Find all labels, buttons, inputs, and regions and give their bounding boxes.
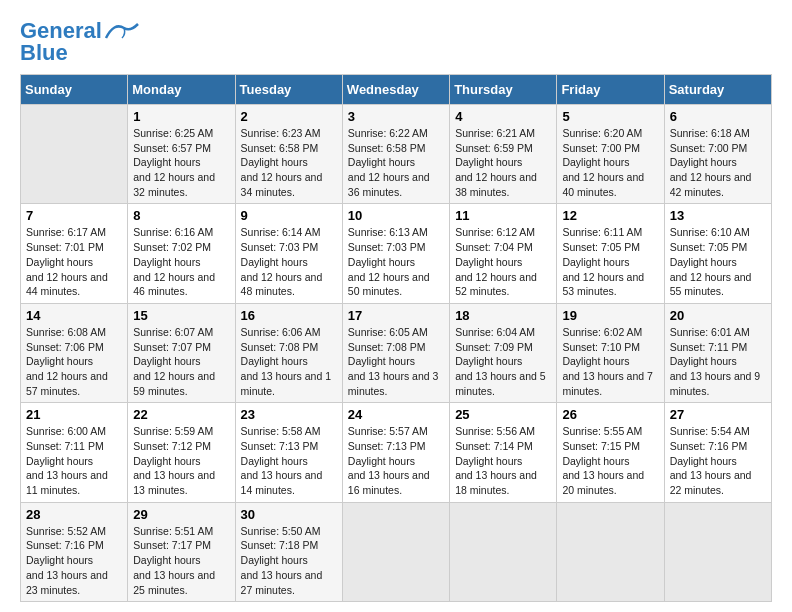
day-number: 6 bbox=[670, 109, 766, 124]
day-info: Sunrise: 5:54 AM Sunset: 7:16 PM Dayligh… bbox=[670, 424, 766, 497]
logo-text: General bbox=[20, 20, 102, 42]
logo-blue-text: Blue bbox=[20, 42, 68, 64]
header-cell-monday: Monday bbox=[128, 75, 235, 105]
calendar-cell: 4 Sunrise: 6:21 AM Sunset: 6:59 PM Dayli… bbox=[450, 105, 557, 204]
day-info: Sunrise: 6:25 AM Sunset: 6:57 PM Dayligh… bbox=[133, 126, 229, 199]
day-number: 12 bbox=[562, 208, 658, 223]
day-info: Sunrise: 5:50 AM Sunset: 7:18 PM Dayligh… bbox=[241, 524, 337, 597]
day-number: 8 bbox=[133, 208, 229, 223]
day-number: 5 bbox=[562, 109, 658, 124]
calendar-cell: 15 Sunrise: 6:07 AM Sunset: 7:07 PM Dayl… bbox=[128, 303, 235, 402]
calendar-cell: 16 Sunrise: 6:06 AM Sunset: 7:08 PM Dayl… bbox=[235, 303, 342, 402]
calendar-cell: 25 Sunrise: 5:56 AM Sunset: 7:14 PM Dayl… bbox=[450, 403, 557, 502]
calendar-week-row: 14 Sunrise: 6:08 AM Sunset: 7:06 PM Dayl… bbox=[21, 303, 772, 402]
day-info: Sunrise: 6:21 AM Sunset: 6:59 PM Dayligh… bbox=[455, 126, 551, 199]
calendar-cell: 11 Sunrise: 6:12 AM Sunset: 7:04 PM Dayl… bbox=[450, 204, 557, 303]
calendar-week-row: 1 Sunrise: 6:25 AM Sunset: 6:57 PM Dayli… bbox=[21, 105, 772, 204]
calendar-cell bbox=[21, 105, 128, 204]
day-info: Sunrise: 5:55 AM Sunset: 7:15 PM Dayligh… bbox=[562, 424, 658, 497]
calendar-cell: 8 Sunrise: 6:16 AM Sunset: 7:02 PM Dayli… bbox=[128, 204, 235, 303]
calendar-cell: 27 Sunrise: 5:54 AM Sunset: 7:16 PM Dayl… bbox=[664, 403, 771, 502]
header-cell-tuesday: Tuesday bbox=[235, 75, 342, 105]
calendar-cell bbox=[450, 502, 557, 601]
calendar-week-row: 28 Sunrise: 5:52 AM Sunset: 7:16 PM Dayl… bbox=[21, 502, 772, 601]
day-info: Sunrise: 5:57 AM Sunset: 7:13 PM Dayligh… bbox=[348, 424, 444, 497]
logo: General Blue bbox=[20, 20, 140, 64]
day-info: Sunrise: 6:13 AM Sunset: 7:03 PM Dayligh… bbox=[348, 225, 444, 298]
header-cell-saturday: Saturday bbox=[664, 75, 771, 105]
day-info: Sunrise: 5:58 AM Sunset: 7:13 PM Dayligh… bbox=[241, 424, 337, 497]
day-number: 18 bbox=[455, 308, 551, 323]
calendar-cell: 23 Sunrise: 5:58 AM Sunset: 7:13 PM Dayl… bbox=[235, 403, 342, 502]
calendar-cell: 30 Sunrise: 5:50 AM Sunset: 7:18 PM Dayl… bbox=[235, 502, 342, 601]
day-number: 4 bbox=[455, 109, 551, 124]
day-info: Sunrise: 6:11 AM Sunset: 7:05 PM Dayligh… bbox=[562, 225, 658, 298]
day-info: Sunrise: 6:07 AM Sunset: 7:07 PM Dayligh… bbox=[133, 325, 229, 398]
day-info: Sunrise: 6:05 AM Sunset: 7:08 PM Dayligh… bbox=[348, 325, 444, 398]
day-number: 10 bbox=[348, 208, 444, 223]
calendar-cell: 14 Sunrise: 6:08 AM Sunset: 7:06 PM Dayl… bbox=[21, 303, 128, 402]
calendar-cell: 6 Sunrise: 6:18 AM Sunset: 7:00 PM Dayli… bbox=[664, 105, 771, 204]
calendar-cell: 9 Sunrise: 6:14 AM Sunset: 7:03 PM Dayli… bbox=[235, 204, 342, 303]
day-number: 23 bbox=[241, 407, 337, 422]
day-number: 28 bbox=[26, 507, 122, 522]
header-row: SundayMondayTuesdayWednesdayThursdayFrid… bbox=[21, 75, 772, 105]
day-info: Sunrise: 5:59 AM Sunset: 7:12 PM Dayligh… bbox=[133, 424, 229, 497]
day-info: Sunrise: 6:16 AM Sunset: 7:02 PM Dayligh… bbox=[133, 225, 229, 298]
day-info: Sunrise: 6:08 AM Sunset: 7:06 PM Dayligh… bbox=[26, 325, 122, 398]
calendar-cell bbox=[557, 502, 664, 601]
day-number: 21 bbox=[26, 407, 122, 422]
day-info: Sunrise: 6:01 AM Sunset: 7:11 PM Dayligh… bbox=[670, 325, 766, 398]
day-number: 19 bbox=[562, 308, 658, 323]
day-number: 11 bbox=[455, 208, 551, 223]
logo-bird-icon bbox=[104, 20, 140, 42]
calendar-table: SundayMondayTuesdayWednesdayThursdayFrid… bbox=[20, 74, 772, 602]
header-cell-wednesday: Wednesday bbox=[342, 75, 449, 105]
calendar-cell bbox=[664, 502, 771, 601]
day-number: 14 bbox=[26, 308, 122, 323]
calendar-week-row: 7 Sunrise: 6:17 AM Sunset: 7:01 PM Dayli… bbox=[21, 204, 772, 303]
day-number: 3 bbox=[348, 109, 444, 124]
day-info: Sunrise: 5:52 AM Sunset: 7:16 PM Dayligh… bbox=[26, 524, 122, 597]
calendar-cell: 19 Sunrise: 6:02 AM Sunset: 7:10 PM Dayl… bbox=[557, 303, 664, 402]
calendar-cell: 7 Sunrise: 6:17 AM Sunset: 7:01 PM Dayli… bbox=[21, 204, 128, 303]
day-info: Sunrise: 6:23 AM Sunset: 6:58 PM Dayligh… bbox=[241, 126, 337, 199]
calendar-cell: 5 Sunrise: 6:20 AM Sunset: 7:00 PM Dayli… bbox=[557, 105, 664, 204]
day-number: 20 bbox=[670, 308, 766, 323]
day-info: Sunrise: 6:12 AM Sunset: 7:04 PM Dayligh… bbox=[455, 225, 551, 298]
day-info: Sunrise: 6:18 AM Sunset: 7:00 PM Dayligh… bbox=[670, 126, 766, 199]
day-info: Sunrise: 6:10 AM Sunset: 7:05 PM Dayligh… bbox=[670, 225, 766, 298]
day-info: Sunrise: 6:22 AM Sunset: 6:58 PM Dayligh… bbox=[348, 126, 444, 199]
day-number: 25 bbox=[455, 407, 551, 422]
day-info: Sunrise: 6:17 AM Sunset: 7:01 PM Dayligh… bbox=[26, 225, 122, 298]
day-info: Sunrise: 6:20 AM Sunset: 7:00 PM Dayligh… bbox=[562, 126, 658, 199]
day-number: 27 bbox=[670, 407, 766, 422]
day-number: 29 bbox=[133, 507, 229, 522]
calendar-cell: 21 Sunrise: 6:00 AM Sunset: 7:11 PM Dayl… bbox=[21, 403, 128, 502]
calendar-cell: 24 Sunrise: 5:57 AM Sunset: 7:13 PM Dayl… bbox=[342, 403, 449, 502]
day-number: 30 bbox=[241, 507, 337, 522]
calendar-week-row: 21 Sunrise: 6:00 AM Sunset: 7:11 PM Dayl… bbox=[21, 403, 772, 502]
calendar-cell bbox=[342, 502, 449, 601]
header-cell-sunday: Sunday bbox=[21, 75, 128, 105]
day-info: Sunrise: 6:04 AM Sunset: 7:09 PM Dayligh… bbox=[455, 325, 551, 398]
day-info: Sunrise: 6:06 AM Sunset: 7:08 PM Dayligh… bbox=[241, 325, 337, 398]
header-cell-thursday: Thursday bbox=[450, 75, 557, 105]
calendar-cell: 13 Sunrise: 6:10 AM Sunset: 7:05 PM Dayl… bbox=[664, 204, 771, 303]
calendar-cell: 22 Sunrise: 5:59 AM Sunset: 7:12 PM Dayl… bbox=[128, 403, 235, 502]
day-info: Sunrise: 5:51 AM Sunset: 7:17 PM Dayligh… bbox=[133, 524, 229, 597]
calendar-cell: 17 Sunrise: 6:05 AM Sunset: 7:08 PM Dayl… bbox=[342, 303, 449, 402]
calendar-cell: 29 Sunrise: 5:51 AM Sunset: 7:17 PM Dayl… bbox=[128, 502, 235, 601]
day-info: Sunrise: 5:56 AM Sunset: 7:14 PM Dayligh… bbox=[455, 424, 551, 497]
calendar-cell: 2 Sunrise: 6:23 AM Sunset: 6:58 PM Dayli… bbox=[235, 105, 342, 204]
day-number: 15 bbox=[133, 308, 229, 323]
day-number: 13 bbox=[670, 208, 766, 223]
page-header: General Blue bbox=[20, 20, 772, 64]
calendar-cell: 3 Sunrise: 6:22 AM Sunset: 6:58 PM Dayli… bbox=[342, 105, 449, 204]
day-number: 7 bbox=[26, 208, 122, 223]
calendar-cell: 28 Sunrise: 5:52 AM Sunset: 7:16 PM Dayl… bbox=[21, 502, 128, 601]
calendar-cell: 10 Sunrise: 6:13 AM Sunset: 7:03 PM Dayl… bbox=[342, 204, 449, 303]
day-number: 17 bbox=[348, 308, 444, 323]
day-info: Sunrise: 6:14 AM Sunset: 7:03 PM Dayligh… bbox=[241, 225, 337, 298]
day-number: 26 bbox=[562, 407, 658, 422]
